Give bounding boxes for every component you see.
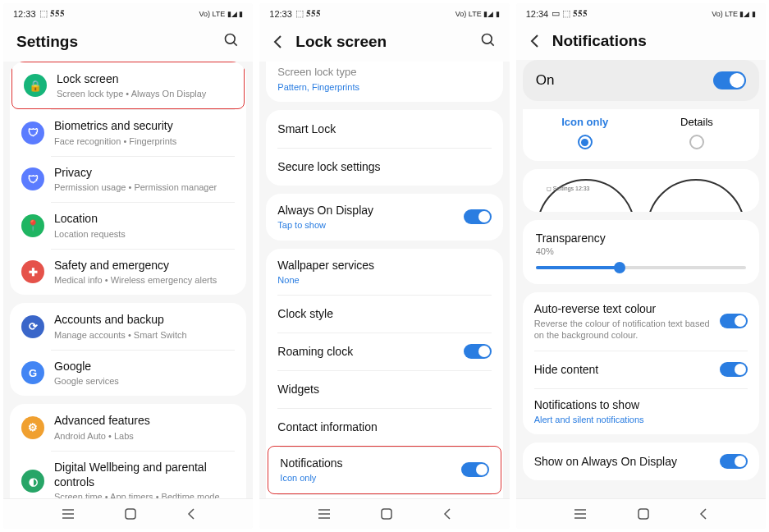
list-item[interactable]: 🛡Biometrics and securityFace recognition… <box>10 109 246 155</box>
master-toggle-row[interactable]: On <box>523 60 759 101</box>
list-item[interactable]: ◐Digital Wellbeing and parental controls… <box>10 451 246 498</box>
nav-recent[interactable] <box>61 508 76 520</box>
style-radio-group: Icon only Details <box>523 109 759 161</box>
list-item[interactable]: Contact information <box>266 408 502 446</box>
item-text: Wallpaper servicesNone <box>277 258 491 286</box>
list-item[interactable]: ✚Safety and emergencyMedical info • Wire… <box>10 249 246 295</box>
settings-group: Auto-reverse text colourReverse the colo… <box>523 292 759 434</box>
screen-settings: 12:33 ⬚ 𝟓𝟓𝟓 Vo) LTE ▮◢ ▮ Settings 🔒Lock … <box>3 3 253 529</box>
list-item[interactable]: Notifications to showAlert and silent no… <box>523 388 759 434</box>
status-icons-left: ⬚ 𝟓𝟓𝟓 <box>295 8 321 19</box>
list-item[interactable]: Auto-reverse text colourReverse the colo… <box>523 292 759 351</box>
toggle-switch[interactable] <box>461 462 489 477</box>
wellbeing-icon: ◐ <box>21 470 44 493</box>
settings-group: ⟳Accounts and backupManage accounts • Sm… <box>10 303 246 396</box>
list-item[interactable]: Secure lock settings <box>266 148 502 186</box>
toggle-switch[interactable] <box>464 344 492 359</box>
item-title: Hide content <box>534 362 720 377</box>
list-item[interactable]: Hide content <box>523 351 759 388</box>
svg-point-6 <box>482 34 492 44</box>
settings-group: Always On DisplayTap to show <box>266 194 502 240</box>
list-item[interactable]: ⟳Accounts and backupManage accounts • Sm… <box>10 303 246 349</box>
item-title: Roaming clock <box>277 344 463 359</box>
header: Lock screen <box>259 21 509 62</box>
item-title: Smart Lock <box>277 122 491 136</box>
settings-group: 🔒Lock screenScreen lock type • Always On… <box>10 62 246 295</box>
item-text: Notifications to showAlert and silent no… <box>534 397 748 425</box>
list-item[interactable]: 🔒Lock screenScreen lock type • Always On… <box>11 62 245 109</box>
transparency-slider[interactable] <box>536 266 746 269</box>
nav-back[interactable] <box>698 507 708 521</box>
list-item[interactable]: Screen lock typePattern, Fingerprints <box>266 62 502 102</box>
item-title: Safety and emergency <box>54 258 235 273</box>
item-subtitle: Screen lock type • Always On Display <box>57 88 232 99</box>
list-item[interactable]: NotificationsIcon only <box>268 446 501 493</box>
item-subtitle: Android Auto • Labs <box>54 430 235 442</box>
list-item[interactable]: ⚙Advanced featuresAndroid Auto • Labs <box>10 404 246 450</box>
toggle-switch[interactable] <box>464 209 492 224</box>
lock-screen-list: Screen lock typePattern, FingerprintsSma… <box>259 62 509 498</box>
list-item[interactable]: 📍LocationLocation requests <box>10 202 246 248</box>
item-title: Clock style <box>277 306 491 321</box>
toggle-switch[interactable] <box>720 362 748 377</box>
toggle-switch[interactable] <box>720 314 748 328</box>
search-icon[interactable] <box>223 32 240 52</box>
status-time: 12:34 <box>526 9 549 19</box>
search-icon[interactable] <box>480 32 497 52</box>
item-text: Hide content <box>534 362 720 377</box>
item-text: Accounts and backupManage accounts • Sma… <box>54 312 235 340</box>
back-button[interactable] <box>529 34 541 48</box>
list-item[interactable]: Show on Always On Display <box>523 443 759 480</box>
item-title: Show on Always On Display <box>534 454 720 469</box>
list-item[interactable]: 🛡PrivacyPermission usage • Permission ma… <box>10 156 246 202</box>
item-subtitle: Tap to show <box>277 219 463 231</box>
screen-lock-screen: 12:33 ⬚ 𝟓𝟓𝟓 Vo) LTE ▮◢ ▮ Lock screen Scr… <box>259 3 509 529</box>
toggle-switch[interactable] <box>720 454 748 469</box>
item-subtitle: Google services <box>54 375 235 387</box>
status-icons-left: ▭ ⬚ 𝟓𝟓𝟓 <box>552 8 588 19</box>
nav-back[interactable] <box>442 507 452 521</box>
svg-rect-5 <box>126 509 135 519</box>
list-item[interactable]: Clock style <box>266 295 502 332</box>
item-text: LocationLocation requests <box>54 211 235 239</box>
item-title: Privacy <box>54 165 235 180</box>
item-text: Safety and emergencyMedical info • Wirel… <box>54 258 235 286</box>
screen-notifications: 12:34 ▭ ⬚ 𝟓𝟓𝟓 Vo) LTE ▮◢ ▮ Notifications… <box>516 3 766 529</box>
item-title: Location <box>54 211 235 226</box>
page-title: Settings <box>16 33 223 51</box>
nav-home[interactable] <box>124 507 137 521</box>
nav-recent[interactable] <box>573 508 588 520</box>
sync-icon: ⟳ <box>21 315 44 338</box>
list-item[interactable]: Widgets <box>266 370 502 408</box>
nav-back[interactable] <box>186 507 196 521</box>
item-title: Lock screen <box>57 71 232 86</box>
nav-recent[interactable] <box>317 508 332 520</box>
status-icons-right: Vo) LTE ▮◢ ▮ <box>455 10 500 18</box>
list-item[interactable]: Always On DisplayTap to show <box>266 194 502 240</box>
list-item[interactable]: ShortcutsPhone, Camera <box>266 494 502 498</box>
item-text: Contact information <box>277 420 491 434</box>
svg-line-7 <box>490 43 493 46</box>
item-title: Notifications to show <box>534 397 748 412</box>
item-title: Widgets <box>277 382 491 397</box>
settings-group: Smart LockSecure lock settings <box>266 110 502 186</box>
alert-icon: ✚ <box>21 260 44 283</box>
radio-details[interactable]: Details <box>641 116 753 149</box>
back-button[interactable] <box>272 34 284 49</box>
nav-home[interactable] <box>637 507 650 521</box>
list-item[interactable]: Roaming clock <box>266 332 502 370</box>
nav-bar <box>3 498 253 529</box>
svg-line-1 <box>234 43 237 46</box>
master-toggle[interactable] <box>713 71 746 89</box>
item-text: Roaming clock <box>277 344 463 359</box>
status-time: 12:33 <box>13 9 36 19</box>
transparency-block: Transparency 40% <box>523 220 759 284</box>
list-item[interactable]: Wallpaper servicesNone <box>266 249 502 295</box>
nav-home[interactable] <box>380 507 393 521</box>
item-text: Secure lock settings <box>277 159 491 174</box>
item-title: Wallpaper services <box>277 258 491 273</box>
list-item[interactable]: GGoogleGoogle services <box>10 350 246 396</box>
radio-icon-only[interactable]: Icon only <box>529 116 641 149</box>
list-item[interactable]: Smart Lock <box>266 110 502 148</box>
on-label: On <box>536 72 713 89</box>
